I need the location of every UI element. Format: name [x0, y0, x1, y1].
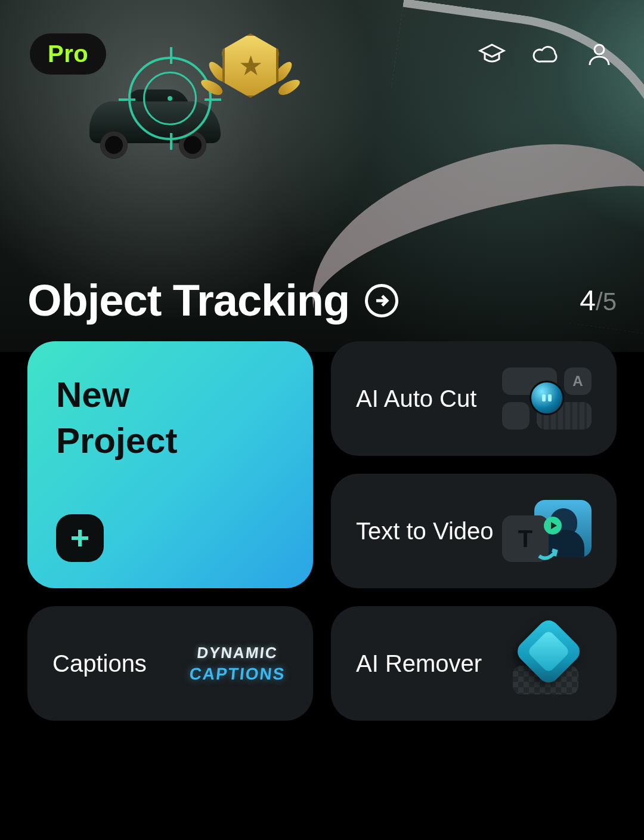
feature-grid: New Project AI Auto Cut A Text to Video …: [0, 341, 644, 745]
ai-remover-tile[interactable]: AI Remover: [331, 606, 617, 721]
ai-remover-label: AI Remover: [356, 650, 482, 677]
captions-tile[interactable]: Captions DYNAMIC CAPTIONS: [27, 606, 313, 721]
captions-icon: DYNAMIC CAPTIONS: [187, 644, 288, 684]
text-to-video-tile[interactable]: Text to Video T: [331, 474, 617, 588]
ai-auto-cut-tile[interactable]: AI Auto Cut A: [331, 341, 617, 456]
pager-sep: /: [596, 288, 603, 316]
profile-icon[interactable]: [584, 39, 614, 69]
cloud-icon[interactable]: [531, 39, 561, 69]
hero-title: Object Tracking: [27, 275, 349, 326]
text-to-video-icon: T: [502, 500, 592, 562]
hero-banner[interactable]: ★ Pro Object Tracking 4/5: [0, 0, 644, 352]
plus-icon: [56, 514, 104, 562]
hero-footer: Object Tracking 4/5: [27, 275, 617, 326]
new-project-tile[interactable]: New Project: [27, 341, 313, 588]
tutorials-icon[interactable]: [477, 39, 507, 69]
hero-pager: 4/5: [580, 284, 617, 317]
captions-label: Captions: [52, 650, 147, 677]
text-to-video-label: Text to Video: [356, 518, 494, 545]
new-project-label: New Project: [56, 372, 177, 464]
ai-auto-cut-icon: A: [502, 368, 592, 430]
ai-remover-icon: [502, 632, 592, 694]
ai-auto-cut-label: AI Auto Cut: [356, 385, 476, 412]
pager-total: 5: [603, 288, 617, 316]
svg-point-0: [595, 45, 604, 54]
pager-current: 4: [580, 285, 596, 316]
pro-badge[interactable]: Pro: [30, 33, 106, 75]
top-bar: Pro: [0, 33, 644, 75]
hero-arrow-button[interactable]: [365, 284, 398, 317]
bottom-bar: [0, 739, 644, 840]
